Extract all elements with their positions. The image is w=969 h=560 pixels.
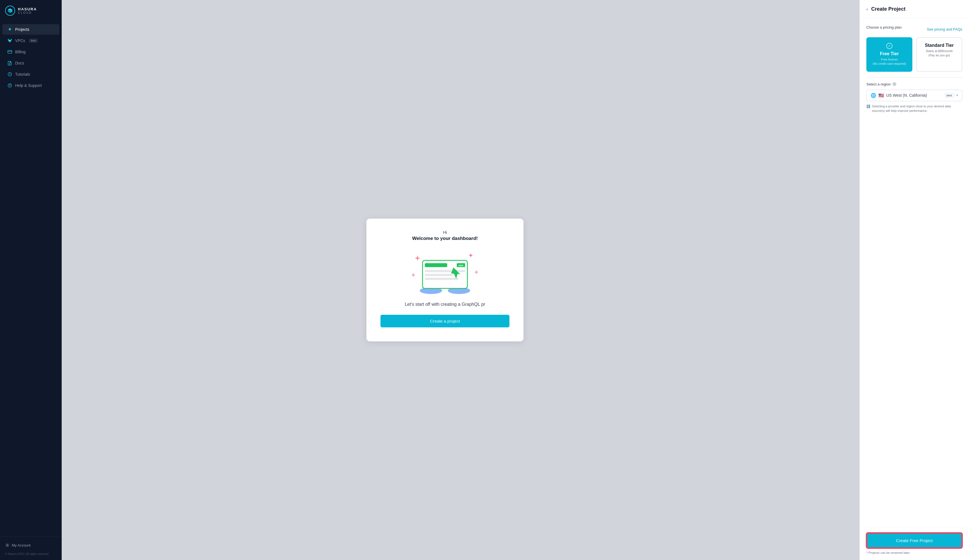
pricing-plans-row: ✓ Free Tier Free forever (No credit card…: [866, 37, 962, 72]
welcome-line1: Hi: [380, 230, 509, 234]
sparkle-icon: [7, 27, 12, 32]
right-panel: › Create Project Choose a pricing plan S…: [860, 0, 969, 560]
region-hint: ℹ️ Selecting a provider and region close…: [866, 104, 962, 113]
sidebar-item-help-label: Help & Support: [15, 83, 42, 88]
rename-note: * Projects can be renamed later.: [866, 551, 962, 554]
pricing-section-label: Choose a pricing plan: [866, 25, 902, 30]
standard-tier-card[interactable]: Standard Tier Starts at $99/month (Pay a…: [916, 37, 962, 72]
standard-tier-name: Standard Tier: [921, 43, 958, 48]
copyright: © Hasura 2022 | All rights reserved: [5, 552, 57, 555]
sidebar-footer: My Account © Hasura 2022 | All rights re…: [0, 537, 62, 560]
flag-icon: 🇺🇸: [878, 93, 884, 98]
logo-top: HASURA: [18, 7, 37, 12]
create-project-button[interactable]: Create a project: [380, 315, 509, 327]
svg-point-5: [7, 545, 8, 546]
pricing-section-header: Choose a pricing plan See pricing and FA…: [866, 25, 962, 33]
region-value: US West (N. California): [886, 93, 942, 98]
aws-badge: aws: [945, 93, 954, 98]
region-info-icon: i: [892, 82, 896, 86]
my-account-item[interactable]: My Account: [5, 541, 57, 549]
svg-rect-12: [425, 270, 465, 272]
svg-rect-1: [8, 50, 12, 53]
svg-text:NEW: NEW: [459, 264, 463, 266]
tutorials-icon: [7, 72, 12, 77]
section-divider: [866, 77, 962, 78]
svg-rect-9: [425, 263, 447, 267]
main-area: Hi Welcome to your dashboard! NEW: [62, 0, 860, 560]
see-pricing-link[interactable]: See pricing and FAQs: [927, 27, 962, 32]
free-tier-sub1: Free forever: [871, 57, 908, 61]
panel-header: › Create Project: [860, 0, 969, 18]
vpcs-beta-badge: Beta: [29, 39, 38, 43]
sidebar-item-projects[interactable]: Projects: [2, 24, 60, 35]
help-icon: [7, 83, 12, 88]
sidebar-item-vpcs-label: VPCs: [15, 38, 25, 43]
sidebar-item-projects-label: Projects: [15, 27, 30, 32]
sidebar-nav: Projects VPCs Beta Billing Docs: [0, 21, 62, 537]
free-tier-name: Free Tier: [871, 51, 908, 56]
logo: HASURA CLOUD: [0, 0, 62, 21]
sidebar-item-help[interactable]: Help & Support: [2, 80, 60, 91]
sidebar: HASURA CLOUD Projects VPCs Beta Billing: [0, 0, 62, 560]
logo-bottom: CLOUD: [18, 11, 37, 14]
region-hint-icon: ℹ️: [866, 104, 870, 109]
docs-icon: [7, 61, 12, 66]
sidebar-item-billing[interactable]: Billing: [2, 47, 60, 57]
standard-tier-sub2: (Pay as you go): [921, 53, 958, 57]
chevron-down-icon: ▾: [956, 93, 958, 97]
standard-tier-sub1: Starts at $99/month: [921, 49, 958, 53]
region-hint-text: Selecting a provider and region close to…: [872, 104, 962, 113]
welcome-card: Hi Welcome to your dashboard! NEW: [366, 219, 523, 341]
gear-icon: [5, 543, 10, 547]
account-label: My Account: [12, 543, 30, 547]
sidebar-item-billing-label: Billing: [15, 50, 25, 54]
dashboard-illustration: NEW: [408, 249, 481, 294]
region-label-row: Select a region i: [866, 82, 962, 86]
create-free-project-button[interactable]: Create Free Project: [866, 533, 962, 548]
sidebar-item-docs-label: Docs: [15, 61, 24, 65]
svg-rect-14: [425, 278, 458, 280]
free-tier-sub2: (No credit card required): [871, 61, 908, 66]
region-label: Select a region: [866, 82, 891, 86]
globe-icon: 🌐: [871, 93, 876, 98]
network-icon: [7, 38, 12, 43]
svg-rect-13: [425, 274, 453, 276]
sidebar-item-docs[interactable]: Docs: [2, 58, 60, 68]
panel-title: Create Project: [871, 6, 905, 12]
region-select-dropdown[interactable]: 🌐 🇺🇸 US West (N. California) aws ▾: [866, 90, 962, 101]
hasura-logo-icon: [5, 6, 15, 16]
card-description: Let's start off with creating a GraphQL …: [380, 302, 509, 307]
panel-footer: Create Free Project * Projects can be re…: [860, 527, 969, 560]
free-tier-card[interactable]: ✓ Free Tier Free forever (No credit card…: [866, 37, 912, 72]
welcome-line2: Welcome to your dashboard!: [380, 236, 509, 241]
billing-icon: [7, 49, 12, 54]
panel-body: Choose a pricing plan See pricing and FA…: [860, 18, 969, 527]
free-tier-check-icon: ✓: [886, 43, 892, 49]
sidebar-item-tutorials-label: Tutorials: [15, 72, 30, 76]
panel-back-button[interactable]: ›: [866, 7, 868, 12]
sidebar-item-tutorials[interactable]: Tutorials: [2, 69, 60, 80]
sidebar-item-vpcs[interactable]: VPCs Beta: [2, 35, 60, 46]
